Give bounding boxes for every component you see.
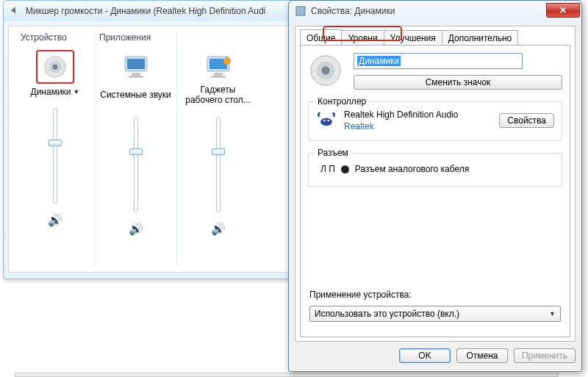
speaker-mini-icon (10, 5, 21, 18)
device-name-value: Динамики (357, 56, 401, 66)
volume-mixer-window: Микшер громкости - Динамики (Realtek Hig… (3, 0, 307, 279)
apps-section-label: Приложения (99, 32, 172, 47)
svg-rect-12 (296, 7, 305, 15)
app-volume-slider[interactable] (216, 117, 220, 212)
app-mute-button[interactable]: 🔊 (182, 222, 254, 236)
svg-rect-9 (214, 73, 223, 76)
properties-icon (295, 5, 306, 17)
controller-name: Realtek High Definition Audio (344, 109, 492, 120)
svg-point-15 (321, 66, 330, 75)
cancel-button[interactable]: Отмена (456, 348, 508, 363)
chevron-down-icon: ▼ (74, 88, 80, 96)
device-usage-label: Применение устройства: (309, 290, 412, 300)
tab-content-general: Динамики Сменить значок Контроллер (300, 45, 570, 337)
svg-point-16 (320, 118, 332, 126)
device-usage-select[interactable]: Использовать это устройство (вкл.) ▼ (309, 306, 561, 322)
device-large-icon (308, 53, 343, 88)
mixer-title: Микшер громкости - Динамики (Realtek Hig… (26, 6, 265, 16)
tab-advanced[interactable]: Дополнительно (442, 30, 518, 45)
jack-label: Разъем аналогового кабеля (355, 164, 469, 174)
dialog-footer: OK Отмена Применить (295, 345, 576, 367)
device-name-dropdown[interactable]: Динамики ▼ (21, 87, 90, 97)
jack-group-title: Разъем (315, 148, 351, 158)
mixer-titlebar[interactable]: Микшер громкости - Динамики (Realtek Hig… (4, 1, 306, 21)
jack-group: Разъем Л П Разъем аналогового кабеля (308, 153, 562, 187)
props-title: Свойства: Динамики (311, 6, 395, 16)
svg-rect-4 (127, 59, 145, 69)
system-sounds-icon[interactable] (121, 51, 151, 82)
speaker-icon (43, 54, 68, 79)
svg-point-11 (223, 57, 231, 65)
realtek-crab-icon (316, 110, 337, 131)
chevron-down-icon: ▼ (549, 310, 556, 317)
controller-group: Контроллер Realtek High Definition Audio… (308, 101, 562, 141)
mixer-device-column: Устройство Динамики ▼ 🔊 (16, 32, 94, 266)
tabs-highlight-annotation (323, 26, 402, 41)
speaker-properties-window: Свойства: Динамики ✕ Общие Уровни Улучше… (288, 0, 582, 372)
controller-properties-button[interactable]: Свойства (499, 113, 554, 128)
device-icon-highlight[interactable] (36, 50, 74, 84)
jack-side-label: Л П (320, 164, 335, 174)
controller-vendor-link[interactable]: Realtek (344, 121, 492, 132)
app-volume-slider[interactable] (134, 117, 138, 212)
svg-point-2 (52, 64, 57, 69)
app-label: Гаджеты рабочего стол... (182, 85, 254, 106)
mixer-app-column-gadgets: . Гаджеты рабочего стол... 🔊 (176, 32, 259, 266)
app-label: Системные звуки (99, 85, 172, 106)
svg-rect-5 (132, 73, 140, 76)
close-button[interactable]: ✕ (546, 3, 580, 18)
device-usage-value: Использовать это устройство (вкл.) (315, 309, 459, 319)
device-volume-slider[interactable] (53, 108, 57, 204)
svg-rect-6 (129, 76, 143, 78)
svg-point-17 (323, 120, 326, 122)
device-name-label: Динамики (31, 87, 71, 97)
jack-color-dot (341, 165, 349, 173)
gadgets-icon[interactable] (203, 51, 234, 82)
close-icon: ✕ (559, 5, 567, 15)
apply-button[interactable]: Применить (514, 348, 576, 363)
ok-button[interactable]: OK (399, 348, 451, 363)
device-section-label: Устройство (21, 32, 90, 47)
svg-rect-10 (211, 76, 226, 78)
change-icon-button[interactable]: Сменить значок (354, 75, 562, 90)
mixer-app-column-system-sounds: Приложения Системные звуки 🔊 (94, 32, 176, 266)
app-mute-button[interactable]: 🔊 (99, 222, 172, 236)
device-mute-button[interactable]: 🔊 (21, 213, 90, 227)
controller-group-title: Контроллер (315, 96, 369, 107)
svg-point-18 (327, 120, 329, 122)
props-titlebar[interactable]: Свойства: Динамики ✕ (289, 1, 581, 21)
device-name-input[interactable]: Динамики (354, 53, 523, 69)
